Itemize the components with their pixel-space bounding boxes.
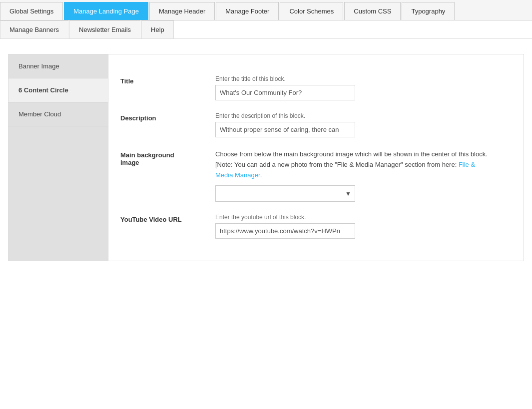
- input-youtube[interactable]: [215, 223, 355, 239]
- content-area: Title Enter the title of this block. Des…: [108, 54, 524, 261]
- label-title: Title: [120, 75, 215, 85]
- field-background-image: Choose from below the main background im…: [215, 149, 512, 202]
- sidebar-item-banner-image[interactable]: Banner Image: [8, 54, 108, 78]
- label-background-image: Main backgroundimage: [120, 149, 215, 166]
- tab-nav-row1: Global SettingsManage Landing PageManage…: [0, 0, 532, 20]
- tab-nav-row2: Manage BannersNewsletter EmailsHelp: [0, 20, 532, 39]
- select-wrap-background: ▼: [215, 185, 355, 202]
- sidebar-item-member-cloud[interactable]: Member Cloud: [8, 102, 108, 126]
- hint-background-image: Choose from below the main background im…: [215, 149, 490, 180]
- page-content: Banner Image6 Content CircleMember Cloud…: [0, 39, 532, 268]
- select-background-image[interactable]: [215, 185, 355, 202]
- tab-color-schemes[interactable]: Color Schemes: [280, 2, 343, 20]
- hint-description: Enter the description of this block.: [215, 112, 512, 119]
- input-description[interactable]: [215, 122, 355, 137]
- tab-global-settings[interactable]: Global Settings: [0, 2, 63, 20]
- field-youtube: Enter the youtube url of this block.: [215, 214, 512, 239]
- field-description: Enter the description of this block.: [215, 112, 512, 137]
- field-title: Enter the title of this block.: [215, 75, 512, 100]
- tab-newsletter-emails[interactable]: Newsletter Emails: [69, 20, 140, 38]
- input-title[interactable]: [215, 85, 355, 100]
- file-media-manager-link[interactable]: File & Media Manager: [215, 161, 475, 179]
- hint-youtube: Enter the youtube url of this block.: [215, 214, 512, 221]
- tab-manage-banners[interactable]: Manage Banners: [0, 20, 68, 38]
- tab-manage-landing-page[interactable]: Manage Landing Page: [64, 2, 148, 20]
- label-description: Description: [120, 112, 215, 122]
- tab-custom-css[interactable]: Custom CSS: [344, 2, 401, 20]
- form-row-youtube: YouTube Video URL Enter the youtube url …: [120, 214, 512, 239]
- main-container: Banner Image6 Content CircleMember Cloud…: [8, 54, 524, 261]
- sidebar: Banner Image6 Content CircleMember Cloud: [8, 54, 108, 261]
- sidebar-item-6-content-circle[interactable]: 6 Content Circle: [8, 78, 108, 102]
- tab-manage-header[interactable]: Manage Header: [149, 2, 215, 20]
- hint-title: Enter the title of this block.: [215, 75, 512, 82]
- form-row-background-image: Main backgroundimage Choose from below t…: [120, 149, 512, 202]
- label-youtube: YouTube Video URL: [120, 214, 215, 223]
- tab-manage-footer[interactable]: Manage Footer: [216, 2, 279, 20]
- form-row-description: Description Enter the description of thi…: [120, 112, 512, 137]
- tab-typography[interactable]: Typography: [402, 2, 455, 20]
- form-row-title: Title Enter the title of this block.: [120, 75, 512, 100]
- tab-help[interactable]: Help: [141, 20, 174, 38]
